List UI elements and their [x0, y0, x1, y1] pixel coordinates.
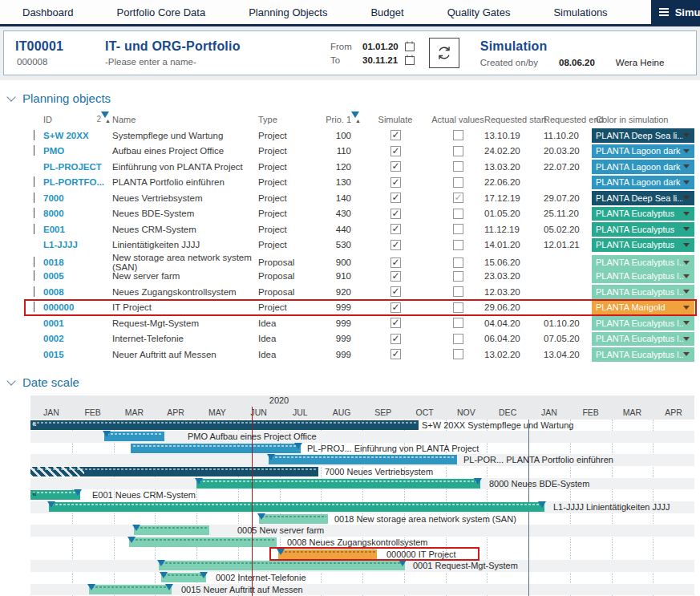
simulate-checkbox[interactable]	[390, 161, 401, 172]
gantt-bar[interactable]	[134, 525, 209, 535]
simulate-checkbox[interactable]	[390, 193, 401, 203]
from-date-field[interactable]: 01.01.20	[362, 42, 399, 51]
calendar-icon[interactable]	[405, 55, 418, 65]
table-row[interactable]: 0008Neues ZugangskontrollsystemProposal9…	[30, 284, 694, 300]
planning-object-id[interactable]: 0015	[43, 350, 112, 359]
table-row[interactable]: S+W 20XXSystempflege und WartungProject1…	[30, 128, 694, 144]
planning-object-id[interactable]: 000000	[43, 302, 112, 312]
planning-object-id[interactable]: 0002	[43, 334, 112, 343]
actual-values-checkbox[interactable]	[453, 271, 463, 282]
nav-item-dashboard[interactable]: Dashboard	[22, 6, 74, 18]
actual-values-checkbox[interactable]	[453, 334, 463, 344]
gantt-bar[interactable]: «	[30, 420, 419, 430]
col-actual-values[interactable]: Actual values	[431, 115, 484, 124]
color-in-simulation-dropdown[interactable]: PLANTA Lagoon dark	[592, 144, 694, 159]
color-in-simulation-dropdown[interactable]: PLANTA Eucalyptus	[592, 207, 694, 221]
table-row[interactable]: 0015Neuer Auftritt auf MessenIdea99913.0…	[30, 347, 694, 363]
color-in-simulation-dropdown[interactable]: PLANTA Eucalyptus l...	[592, 270, 694, 284]
table-row[interactable]: 8000Neues BDE-SystemProject43001.05.2025…	[30, 206, 694, 222]
table-row[interactable]: PL-PROJECTEinführung von PLANTA ProjectP…	[30, 159, 694, 175]
color-in-simulation-dropdown[interactable]: PLANTA Deep Sea li...	[592, 191, 694, 205]
color-in-simulation-dropdown[interactable]: PLANTA Lagoon dark	[592, 160, 694, 174]
simulate-checkbox[interactable]	[390, 146, 401, 156]
color-in-simulation-dropdown[interactable]: PLANTA Eucalyptus l...	[592, 255, 694, 270]
actual-values-checkbox[interactable]	[453, 177, 463, 188]
date-scale-section-header[interactable]: Date scale	[8, 375, 700, 389]
planning-objects-section-header[interactable]: Planning objects	[8, 91, 700, 105]
gantt-bar[interactable]	[49, 502, 544, 512]
actual-values-checkbox[interactable]	[453, 286, 463, 297]
actual-values-checkbox[interactable]	[453, 257, 463, 268]
simulate-checkbox[interactable]	[390, 302, 401, 313]
planning-object-id[interactable]: 0005	[43, 271, 112, 281]
simulate-checkbox[interactable]	[390, 349, 401, 359]
refresh-button[interactable]	[429, 38, 459, 68]
nav-item-budget[interactable]: Budget	[370, 6, 403, 18]
col-name[interactable]: Name	[112, 115, 258, 124]
expand-arrow-icon[interactable]	[34, 176, 34, 187]
table-row[interactable]: 0018New storage area network system (SAN…	[30, 253, 694, 269]
actual-values-checkbox[interactable]	[453, 318, 463, 328]
expand-arrow-icon[interactable]	[34, 270, 34, 281]
planning-object-id[interactable]: PL-PORTFO...	[43, 177, 112, 187]
nav-item-portfolio-core-data[interactable]: Portfolio Core Data	[117, 6, 206, 18]
table-row[interactable]: E001Neues CRM-SystemProject44011.12.1905…	[30, 221, 694, 237]
expand-arrow-icon[interactable]	[34, 208, 34, 218]
planning-object-id[interactable]: 0001	[43, 318, 112, 328]
actual-values-checkbox[interactable]	[453, 146, 463, 156]
nav-item-simulations[interactable]: Simulations	[553, 6, 607, 18]
planning-object-id[interactable]: E001	[43, 225, 112, 234]
color-in-simulation-dropdown[interactable]: PLANTA Marigold	[592, 301, 694, 315]
simulate-checkbox[interactable]	[390, 257, 401, 268]
color-in-simulation-dropdown[interactable]: PLANTA Eucalyptus	[592, 222, 694, 237]
gantt-bar[interactable]	[30, 467, 318, 476]
actual-values-checkbox[interactable]	[453, 349, 463, 359]
table-row[interactable]: 0001Request-Mgt-SystemIdea99904.04.2001.…	[30, 315, 694, 331]
col-color-in-simulation[interactable]: Color in simulation	[592, 115, 694, 124]
gantt-bar[interactable]	[131, 444, 301, 453]
planning-object-id[interactable]: 8000	[43, 209, 112, 218]
table-row[interactable]: 0005New server farmProposal91023.03.20PL…	[30, 269, 694, 285]
actual-values-checkbox[interactable]	[453, 302, 463, 313]
actual-values-checkbox[interactable]	[453, 224, 463, 234]
simulate-checkbox[interactable]	[390, 271, 401, 282]
nav-item-planning-objects[interactable]: Planning Objects	[249, 6, 327, 18]
col-requested-end[interactable]: Requested end	[544, 115, 592, 124]
gantt-bar[interactable]	[259, 514, 328, 524]
calendar-icon[interactable]	[405, 41, 418, 51]
expand-arrow-icon[interactable]	[34, 224, 34, 234]
gantt-bar[interactable]	[159, 561, 405, 570]
expand-arrow-icon[interactable]	[34, 286, 34, 297]
actual-values-checkbox[interactable]	[453, 193, 463, 203]
color-in-simulation-dropdown[interactable]: PLANTA Eucalyptus l...	[592, 347, 694, 362]
table-row[interactable]: 7000Neues VertriebsystemProject14017.12.…	[30, 190, 694, 206]
gantt-bar[interactable]	[196, 479, 480, 489]
planning-object-id[interactable]: 0018	[43, 257, 112, 267]
col-id[interactable]: ID 2▲	[43, 115, 112, 124]
color-in-simulation-dropdown[interactable]: PLANTA Eucalyptus	[592, 238, 694, 253]
portfolio-name-placeholder[interactable]: -Please enter a name-	[105, 57, 277, 67]
expand-arrow-icon[interactable]	[34, 130, 34, 140]
gantt-bar[interactable]: «	[30, 490, 80, 500]
color-in-simulation-dropdown[interactable]: PLANTA Lagoon dark	[592, 176, 694, 190]
col-simulate[interactable]: Simulate	[359, 115, 431, 124]
table-row[interactable]: 0002Internet-TelefonieIdea99906.04.2007.…	[30, 331, 694, 347]
nav-item-quality-gates[interactable]: Quality Gates	[447, 6, 511, 18]
gantt-bar[interactable]	[89, 585, 172, 594]
planning-object-id[interactable]: 0008	[43, 287, 112, 297]
simulate-checkbox[interactable]	[390, 334, 401, 344]
planning-object-id[interactable]: PL-PROJECT	[43, 162, 112, 172]
expand-arrow-icon[interactable]	[34, 302, 34, 312]
planning-object-id[interactable]: L1-JJJJ	[43, 240, 112, 249]
simulate-checkbox[interactable]	[390, 240, 401, 250]
gantt-bar[interactable]	[104, 432, 164, 441]
simulate-checkbox[interactable]	[390, 318, 401, 328]
table-row[interactable]: PL-PORTFO...PLANTA Portfolio einführenPr…	[30, 175, 694, 191]
expand-arrow-icon[interactable]	[34, 193, 34, 203]
planning-object-id[interactable]: 7000	[43, 193, 112, 203]
simulate-checkbox[interactable]	[390, 177, 401, 188]
color-in-simulation-dropdown[interactable]: PLANTA Eucalyptus l...	[592, 285, 694, 299]
color-in-simulation-dropdown[interactable]: PLANTA Eucalyptus l...	[592, 316, 694, 330]
col-type[interactable]: Type	[258, 115, 313, 124]
expand-arrow-icon[interactable]	[34, 257, 34, 267]
